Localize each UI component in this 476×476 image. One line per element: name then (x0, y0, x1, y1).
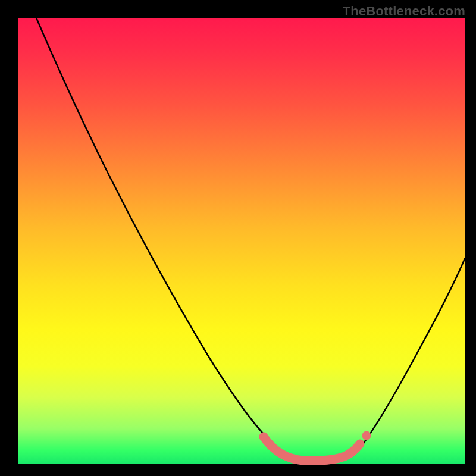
highlight-segment (264, 437, 360, 461)
curve-svg (18, 18, 465, 464)
highlight-dot (362, 431, 371, 440)
watermark-text: TheBottleneck.com (343, 4, 465, 19)
bottleneck-curve (36, 18, 465, 462)
chart-frame: TheBottleneck.com (0, 0, 476, 476)
plot-area (18, 18, 465, 464)
